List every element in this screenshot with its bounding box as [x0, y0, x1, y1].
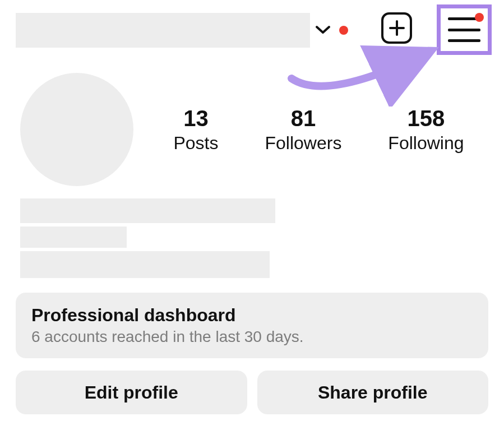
chevron-down-icon	[315, 25, 331, 36]
stat-followers-label: Followers	[265, 133, 341, 154]
edit-profile-button[interactable]: Edit profile	[16, 371, 247, 414]
profile-avatar[interactable]	[20, 73, 133, 186]
edit-profile-label: Edit profile	[85, 382, 178, 403]
stat-followers[interactable]: 81 Followers	[265, 106, 341, 154]
dashboard-subtitle: 6 accounts reached in the last 30 days.	[31, 328, 473, 346]
stat-posts-label: Posts	[173, 133, 218, 154]
stat-following[interactable]: 158 Following	[388, 106, 464, 154]
stat-following-label: Following	[388, 133, 464, 154]
stat-posts[interactable]: 13 Posts	[173, 106, 218, 154]
professional-dashboard-card[interactable]: Professional dashboard 6 accounts reache…	[16, 293, 488, 358]
profile-bio	[0, 186, 504, 278]
menu-button[interactable]	[437, 4, 492, 55]
top-bar	[0, 0, 504, 50]
hamburger-icon	[448, 17, 480, 42]
create-post-button[interactable]	[381, 12, 412, 44]
share-profile-label: Share profile	[318, 382, 428, 403]
menu-notification-dot-icon	[475, 13, 484, 22]
notification-dot-icon	[339, 26, 348, 35]
bio-line-placeholder	[20, 251, 270, 278]
username-placeholder[interactable]	[16, 13, 310, 48]
share-profile-button[interactable]: Share profile	[257, 371, 489, 414]
profile-action-row: Edit profile Share profile	[16, 371, 488, 414]
bio-line-placeholder	[20, 226, 127, 248]
bio-line-placeholder	[20, 198, 275, 223]
stat-followers-count: 81	[265, 106, 341, 131]
stat-posts-count: 13	[173, 106, 218, 131]
plus-icon	[389, 20, 405, 36]
profile-stats: 13 Posts 81 Followers 158 Following	[150, 106, 487, 154]
stat-following-count: 158	[388, 106, 464, 131]
profile-header-row: 13 Posts 81 Followers 158 Following	[0, 50, 504, 186]
dashboard-title: Professional dashboard	[31, 305, 473, 326]
account-switcher[interactable]	[315, 25, 348, 36]
